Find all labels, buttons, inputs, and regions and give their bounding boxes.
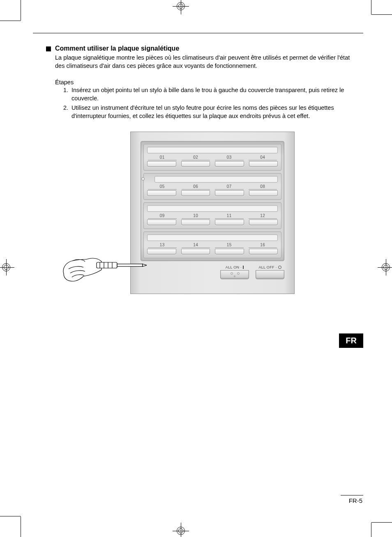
switch-group: 13 14 15 16 xyxy=(143,231,281,258)
label-strip xyxy=(147,205,278,212)
svg-rect-5 xyxy=(117,264,143,266)
all-on-button xyxy=(220,270,249,279)
switch-button xyxy=(147,220,176,225)
crop-mark xyxy=(21,0,21,21)
switch-panel: 01 02 03 04 xyxy=(141,141,284,261)
switch-number: 16 xyxy=(249,243,277,248)
crop-mark xyxy=(0,21,21,21)
registration-mark xyxy=(0,259,14,275)
switch-number: 05 xyxy=(148,184,177,190)
switch-number: 01 xyxy=(148,155,177,160)
crop-mark xyxy=(21,516,21,537)
steps-label: Étapes xyxy=(33,79,363,86)
switch-button xyxy=(249,220,278,225)
switch-number: 12 xyxy=(249,213,277,219)
switch-number: 08 xyxy=(249,184,277,190)
switch-button xyxy=(215,161,244,167)
language-tab: FR xyxy=(339,333,363,348)
switch-button xyxy=(181,190,210,196)
section-heading: Comment utiliser la plaque signalétique xyxy=(55,45,179,52)
switch-button xyxy=(147,161,176,167)
switch-number: 15 xyxy=(215,243,244,248)
nameplate-device-illustration: 01 02 03 04 xyxy=(130,132,295,294)
switch-button xyxy=(181,249,210,255)
switch-group: 01 02 03 04 xyxy=(143,144,281,171)
crop-mark xyxy=(371,0,371,14)
label-strip xyxy=(154,176,278,183)
all-off-button xyxy=(256,270,284,279)
step-item: Insérez un objet pointu tel un stylo à b… xyxy=(70,86,359,102)
switch-number: 03 xyxy=(215,155,244,160)
step-item: Utilisez un instrument d'écriture tel un… xyxy=(70,104,359,120)
registration-mark xyxy=(173,0,189,14)
label-strip xyxy=(147,147,278,153)
all-on-label: ALL ON xyxy=(226,265,239,269)
crop-mark xyxy=(371,522,392,523)
hand-screwdriver-icon xyxy=(60,250,147,287)
power-on-icon xyxy=(243,266,244,269)
page-number: FR-5 xyxy=(341,495,363,504)
switch-number: 04 xyxy=(249,155,277,160)
crop-mark xyxy=(371,14,392,15)
switch-number: 09 xyxy=(148,213,177,219)
switch-number: 06 xyxy=(182,184,210,190)
switch-button xyxy=(249,161,278,167)
intro-paragraph: La plaque signalétique montre les pièces… xyxy=(33,54,363,70)
switch-number: 02 xyxy=(182,155,210,160)
crop-mark xyxy=(371,523,371,537)
switch-button xyxy=(181,161,210,167)
power-off-icon xyxy=(278,266,281,269)
switch-button xyxy=(215,249,244,255)
switch-number: 10 xyxy=(182,213,210,219)
svg-marker-6 xyxy=(143,264,147,266)
registration-mark xyxy=(173,523,189,537)
switch-button xyxy=(249,249,278,255)
all-off-control: ALL OFF· xyxy=(256,265,284,279)
all-off-label: ALL OFF xyxy=(258,265,274,269)
steps-list: Insérez un objet pointu tel un stylo à b… xyxy=(33,86,363,120)
crop-mark xyxy=(0,516,21,516)
switch-number: 14 xyxy=(182,243,210,248)
switch-group: 09 10 11 12 xyxy=(143,202,281,229)
indicator-dot-icon xyxy=(141,177,145,181)
switch-button xyxy=(215,220,244,225)
label-strip xyxy=(147,234,278,241)
switch-number: 11 xyxy=(215,213,244,219)
switch-button xyxy=(147,249,176,255)
all-on-control: ALL ON· xyxy=(220,265,249,279)
bullet-square-icon xyxy=(46,46,51,51)
switch-button xyxy=(249,190,278,196)
switch-group: 05 06 07 08 xyxy=(143,173,281,200)
switch-number: 07 xyxy=(215,184,244,190)
switch-button xyxy=(215,190,244,196)
switch-number: 13 xyxy=(148,243,177,248)
switch-button xyxy=(181,220,210,225)
registration-mark xyxy=(378,259,392,275)
switch-button xyxy=(147,190,176,196)
